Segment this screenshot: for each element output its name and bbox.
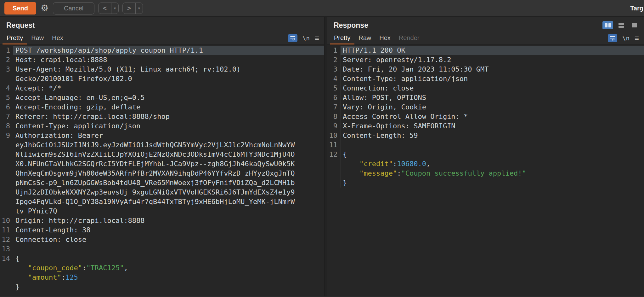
code-text[interactable]: Access-Control-Allow-Origin: * [341,112,644,121]
back-dropdown-icon[interactable]: ▾ [111,3,118,14]
code-text[interactable]: User-Agent: Mozilla/5.0 (X11; Linux aarc… [13,65,324,74]
editor-menu-icon[interactable]: ≡ [635,34,639,42]
code-line[interactable]: 4Accept: */* [0,84,324,93]
code-line[interactable]: 6Accept-Encoding: gzip, deflate [0,102,324,112]
code-text[interactable]: Accept: */* [13,84,324,93]
code-text[interactable]: Allow: POST, OPTIONS [341,93,644,102]
code-text[interactable]: Accept-Encoding: gzip, deflate [13,102,324,112]
show-newlines-icon[interactable]: \n [302,35,310,42]
code-text[interactable] [13,244,324,254]
code-line[interactable]: QhnXeqCmOsgvm9jVh80deW35ARfnPfBr2MVXAN9i… [0,169,324,178]
code-line[interactable]: 9X-Frame-Options: SAMEORIGIN [327,121,644,131]
code-text[interactable]: } [13,282,324,292]
word-wrap-icon[interactable] [288,34,297,42]
code-line[interactable]: 1POST /workshop/api/shop/apply_coupon HT… [0,46,324,55]
tab-raw[interactable]: Raw [27,32,48,44]
send-button[interactable]: Send [4,2,36,15]
code-line[interactable]: 1HTTP/1.1 200 OK [327,46,644,55]
code-text[interactable]: POST /workshop/api/shop/apply_coupon HTT… [13,46,324,55]
tab-pretty[interactable]: Pretty [330,32,354,44]
code-text[interactable]: HTTP/1.1 200 OK [341,46,644,55]
code-line[interactable]: 3Date: Fri, 20 Jan 2023 11:05:30 GMT [327,65,644,74]
code-text[interactable]: Host: crapi.local:8888 [13,55,324,65]
code-line[interactable]: "message":"Coupon successfully applied!" [327,169,644,178]
code-text[interactable]: "credit":10680.0, [341,159,644,169]
code-line[interactable]: 5Connection: close [327,84,644,93]
cancel-button[interactable]: Cancel [53,2,94,15]
code-text[interactable]: tv_PYnic7Q [13,207,324,216]
history-forward-button[interactable]: > ▾ [122,3,143,14]
code-text[interactable]: Content-Type: application/json [341,74,644,84]
code-text[interactable]: Date: Fri, 20 Jan 2023 11:05:30 GMT [341,65,644,74]
code-line[interactable]: 3User-Agent: Mozilla/5.0 (X11; Linux aar… [0,65,324,74]
code-text[interactable]: Accept-Language: en-US,en;q=0.5 [13,93,324,102]
code-line[interactable]: 9Authorization: Bearer [0,131,324,140]
code-text[interactable]: QhnXeqCmOsgvm9jVh80deW35ARfnPfBr2MVXAN9i… [13,169,324,178]
code-text[interactable]: Content-Length: 38 [13,225,324,235]
code-line[interactable]: 7Referer: http://crapi.local:8888/shop [0,112,324,121]
layout-rows-icon[interactable] [616,21,626,29]
code-text[interactable]: "coupon_code":"TRAC125", [13,263,324,273]
code-text[interactable]: Referer: http://crapi.local:8888/shop [13,112,324,121]
code-line[interactable]: 6Allow: POST, OPTIONS [327,93,644,102]
history-back-button[interactable]: < ▾ [98,3,119,14]
code-line[interactable]: pNmCsSc-p9_ln6ZUpGGWsBob4tdU48_VRe65MnWo… [0,178,324,188]
code-text[interactable]: UjnJ2zDIObkeNXXNYZwp3euvsUj_9xguLGNiQxVT… [13,188,324,197]
code-line[interactable]: 5Accept-Language: en-US,en;q=0.5 [0,93,324,102]
code-text[interactable]: Content-Length: 59 [341,131,644,140]
code-line[interactable]: 7Vary: Origin, Cookie [327,102,644,112]
code-text[interactable]: Vary: Origin, Cookie [341,102,644,112]
code-line[interactable]: 11 [327,140,644,150]
code-line[interactable]: "coupon_code":"TRAC125", [0,263,324,273]
code-line[interactable]: 10Origin: http://crapi.local:8888 [0,216,324,225]
code-line[interactable]: X0.NFUnGTaVLhkG2SGQrRcI5YDtFLEjMYhbL-JCa… [0,159,324,169]
code-text[interactable]: Server: openresty/1.17.8.2 [341,55,644,65]
response-editor[interactable]: 1HTTP/1.1 200 OK2Server: openresty/1.17.… [327,45,644,296]
code-line[interactable]: 11Content-Length: 38 [0,225,324,235]
back-arrow-icon[interactable]: < [99,3,111,14]
code-text[interactable]: Connection: close [13,235,324,244]
code-line[interactable]: Gecko/20100101 Firefox/102.0 [0,74,324,84]
code-line[interactable]: 12Connection: close [0,235,324,244]
editor-menu-icon[interactable]: ≡ [315,34,319,42]
tab-render[interactable]: Render [395,32,424,44]
code-text[interactable]: Authorization: Bearer [13,131,324,140]
code-text[interactable]: Content-Type: application/json [13,121,324,131]
code-text[interactable]: Gecko/20100101 Firefox/102.0 [13,74,324,84]
tab-hex[interactable]: Hex [375,32,395,44]
code-text[interactable]: pNmCsSc-p9_ln6ZUpGGWsBob4tdU48_VRe65MnWo… [13,178,324,188]
code-line[interactable]: 12{ [327,150,644,159]
code-line[interactable]: "amount":125 [0,273,324,282]
code-line[interactable]: 8Access-Control-Allow-Origin: * [327,112,644,121]
code-line[interactable]: 10Content-Length: 59 [327,131,644,140]
panel-divider[interactable] [324,17,327,296]
code-text[interactable]: Origin: http://crapi.local:8888 [13,216,324,225]
code-text[interactable]: NlIiwicm9sZSI6InVzZXIiLCJpYXQiOjE2NzQxND… [13,150,324,159]
code-line[interactable]: tv_PYnic7Q [0,207,324,216]
layout-single-icon[interactable] [629,21,640,29]
code-text[interactable]: X-Frame-Options: SAMEORIGIN [341,121,644,131]
code-text[interactable]: eyJhbGciOiJSUzI1NiJ9.eyJzdWIiOiJsdWthQGN… [13,140,324,150]
code-text[interactable]: "amount":125 [13,273,324,282]
code-line[interactable]: } [327,178,644,188]
code-line[interactable]: } [0,282,324,292]
code-line[interactable]: 4Content-Type: application/json [327,74,644,84]
code-text[interactable]: Connection: close [341,84,644,93]
tab-hex[interactable]: Hex [48,32,67,44]
code-text[interactable]: } [341,178,644,188]
code-line[interactable]: UjnJ2zDIObkeNXXNYZwp3euvsUj_9xguLGNiQxVT… [0,188,324,197]
show-newlines-icon[interactable]: \n [622,35,630,42]
code-line[interactable]: NlIiwicm9sZSI6InVzZXIiLCJpYXQiOjE2NzQxND… [0,150,324,159]
tab-pretty[interactable]: Pretty [3,32,27,44]
code-line[interactable]: "credit":10680.0, [327,159,644,169]
code-text[interactable]: X0.NFUnGTaVLhkG2SGQrRcI5YDtFLEjMYhbL-JCa… [13,159,324,169]
code-line[interactable]: 2Server: openresty/1.17.8.2 [327,55,644,65]
code-text[interactable]: Ipgo4FqVLkd-Q1O_DY38a19NVyAfu4r7qB44TxTB… [13,197,324,207]
layout-columns-icon[interactable] [602,21,613,29]
word-wrap-icon[interactable] [608,34,617,42]
gear-icon[interactable]: ⚙ [40,4,49,13]
forward-arrow-icon[interactable]: > [123,3,135,14]
code-text[interactable]: { [13,254,324,263]
tab-raw[interactable]: Raw [354,32,375,44]
code-line[interactable]: 2Host: crapi.local:8888 [0,55,324,65]
